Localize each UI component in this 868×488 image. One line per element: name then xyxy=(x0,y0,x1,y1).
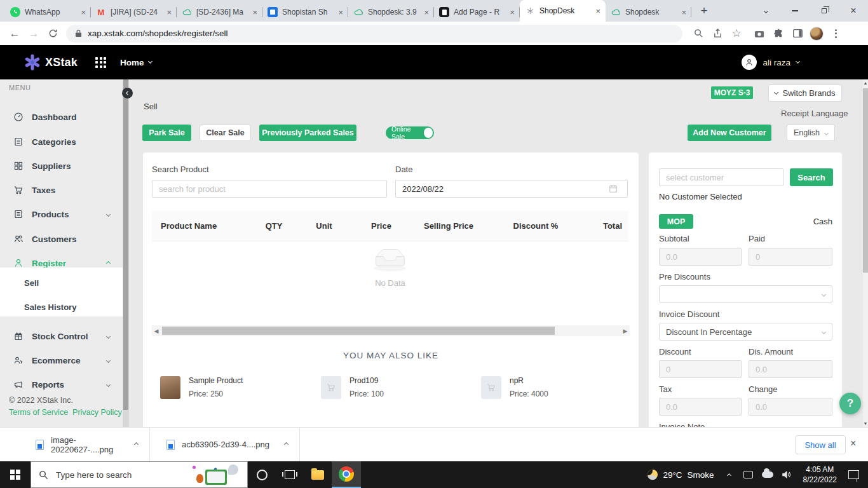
download-item[interactable]: image-20220627-....png xyxy=(0,428,150,462)
tab-shopdesk-active[interactable]: ShopDesk × xyxy=(520,0,606,22)
search-product-input[interactable] xyxy=(152,180,387,198)
sidebar-collapse-button[interactable] xyxy=(122,88,133,98)
share-icon[interactable] xyxy=(708,24,727,43)
receipt-language-select[interactable]: English xyxy=(787,125,835,141)
sidebar-item-ecommerce[interactable]: Ecommerce xyxy=(0,349,123,371)
tax-input[interactable] xyxy=(659,398,742,416)
chevron-up-icon[interactable] xyxy=(134,442,139,447)
online-sale-toggle[interactable]: Online Sale xyxy=(386,126,434,139)
mop-badge[interactable]: MOP xyxy=(659,214,693,229)
start-button[interactable] xyxy=(0,461,31,488)
chrome-taskbar-button[interactable] xyxy=(332,461,361,488)
calendar-icon[interactable] xyxy=(609,184,618,193)
date-input[interactable] xyxy=(395,180,628,198)
scrollbar-thumb[interactable] xyxy=(863,88,868,273)
tab-shopistan[interactable]: Shopistan Sh × xyxy=(262,3,348,22)
screenshot-icon[interactable] xyxy=(750,24,769,43)
tab-close-icon[interactable]: × xyxy=(81,8,86,17)
onedrive-icon[interactable] xyxy=(759,461,776,488)
browser-menu-icon[interactable] xyxy=(826,24,845,43)
taskbar-search[interactable]: Type here to search xyxy=(31,461,248,488)
cortana-button[interactable] xyxy=(248,461,276,488)
tab-jira-mail[interactable]: M [JIRA] (SD-24 × xyxy=(91,3,177,22)
home-menu[interactable]: Home xyxy=(120,58,152,67)
sidebar-item-stock-control[interactable]: Stock Control xyxy=(0,325,123,347)
help-button[interactable]: ? xyxy=(839,393,861,414)
new-tab-button[interactable]: + xyxy=(695,2,713,20)
refresh-icon[interactable] xyxy=(43,24,62,43)
url-field[interactable]: xap.xstak.com/shopdesk/register/sell xyxy=(66,25,682,43)
previously-parked-sales-button[interactable]: Previously Parked Sales xyxy=(259,125,356,141)
taskbar-weather[interactable]: 29°C Smoke xyxy=(642,470,719,480)
scroll-down-icon[interactable]: ▼ xyxy=(863,421,868,426)
bookmark-star-icon[interactable]: ☆ xyxy=(727,24,746,43)
sidebar-item-categories[interactable]: Categories xyxy=(0,131,123,152)
sidebar-item-reports[interactable]: Reports xyxy=(0,374,123,395)
tab-close-icon[interactable]: × xyxy=(252,8,257,17)
paid-input[interactable] xyxy=(749,248,832,266)
sidebar-item-products[interactable]: Products xyxy=(0,203,123,225)
scroll-left-icon[interactable]: ◀ xyxy=(152,328,161,334)
back-icon[interactable]: ← xyxy=(5,24,24,43)
clear-sale-button[interactable]: Clear Sale xyxy=(200,125,251,141)
zoom-icon[interactable] xyxy=(689,24,708,43)
window-minimize-button[interactable] xyxy=(780,0,810,22)
app-grid-icon[interactable] xyxy=(95,57,106,68)
sidebar-scrollbar[interactable] xyxy=(123,79,129,427)
park-sale-button[interactable]: Park Sale xyxy=(142,125,191,141)
suggestion-card[interactable]: Prod109 Price: 100 xyxy=(321,376,384,399)
customer-search-button[interactable]: Search xyxy=(790,168,833,186)
add-new-customer-button[interactable]: Add New Customer xyxy=(688,125,771,141)
sidebar-subitem-sell[interactable]: Sell xyxy=(0,273,123,292)
sidebar-item-taxes[interactable]: Taxes xyxy=(0,179,123,201)
suggestion-card[interactable]: Sample Product Price: 250 xyxy=(160,376,243,399)
scroll-up-icon[interactable]: ▲ xyxy=(863,81,868,85)
hidden-icons-chevron[interactable] xyxy=(721,461,738,488)
tab-search-chevron-icon[interactable] xyxy=(751,0,780,22)
suggestion-card[interactable]: npR Price: 4000 xyxy=(481,376,548,399)
tab-close-icon[interactable]: × xyxy=(338,8,343,17)
tab-close-icon[interactable]: × xyxy=(510,8,515,17)
tab-close-icon[interactable]: × xyxy=(595,7,600,15)
tab-add-page[interactable]: Add Page - R × xyxy=(434,3,520,22)
switch-brands-button[interactable]: Switch Brands xyxy=(768,85,842,102)
window-close-button[interactable]: × xyxy=(839,0,868,22)
project-screen-icon[interactable] xyxy=(740,461,757,488)
invoice-discount-select[interactable]: Discount In Percentage xyxy=(659,323,832,341)
file-explorer-button[interactable] xyxy=(304,461,332,488)
tab-sd2436[interactable]: [SD-2436] Ma × xyxy=(177,3,262,22)
tab-close-icon[interactable]: × xyxy=(681,8,686,17)
sidebar-item-suppliers[interactable]: Suppliers xyxy=(0,155,123,177)
window-restore-button[interactable] xyxy=(810,0,839,22)
horizontal-scrollbar[interactable]: ◀ ▶ xyxy=(152,325,630,336)
pre-discounts-select[interactable] xyxy=(659,285,832,303)
scrollbar-thumb[interactable] xyxy=(162,327,555,335)
page-scrollbar[interactable]: ▲ ▼ xyxy=(863,79,868,427)
task-view-button[interactable] xyxy=(276,461,304,488)
tab-shopdesk-2[interactable]: Shopdesk × xyxy=(606,3,691,22)
tab-whatsapp[interactable]: WhatsApp × xyxy=(5,3,91,22)
dis-amount-input[interactable] xyxy=(749,360,832,378)
volume-icon[interactable] xyxy=(778,461,796,488)
show-all-button[interactable]: Show all xyxy=(795,435,846,454)
extensions-puzzle-icon[interactable] xyxy=(769,24,788,43)
download-item[interactable]: acb63905-2d39-4....png xyxy=(150,428,300,462)
profile-avatar[interactable] xyxy=(807,24,826,43)
change-input[interactable] xyxy=(749,398,832,416)
taskbar-clock[interactable]: 4:05 AM 8/22/2022 xyxy=(797,464,843,485)
action-center-icon[interactable] xyxy=(848,470,859,479)
xstak-logo[interactable]: XStak xyxy=(24,54,78,71)
sidebar-item-customers[interactable]: Customers xyxy=(0,228,123,250)
privacy-link[interactable]: Privacy Policy xyxy=(72,408,122,417)
tab-close-icon[interactable]: × xyxy=(424,8,429,17)
tab-shopdesk-39[interactable]: Shopdesk: 3.9 × xyxy=(348,3,434,22)
discount-input[interactable] xyxy=(659,360,742,378)
chevron-up-icon[interactable] xyxy=(284,442,288,447)
downloads-close-icon[interactable]: × xyxy=(850,438,856,449)
sidebar-subitem-sales-history[interactable]: Sales History xyxy=(0,297,123,316)
sidebar-item-dashboard[interactable]: Dashboard xyxy=(0,106,123,128)
forward-icon[interactable]: → xyxy=(24,24,43,43)
tab-close-icon[interactable]: × xyxy=(166,8,172,17)
scroll-right-icon[interactable]: ▶ xyxy=(621,328,630,334)
side-panel-icon[interactable] xyxy=(788,24,807,43)
